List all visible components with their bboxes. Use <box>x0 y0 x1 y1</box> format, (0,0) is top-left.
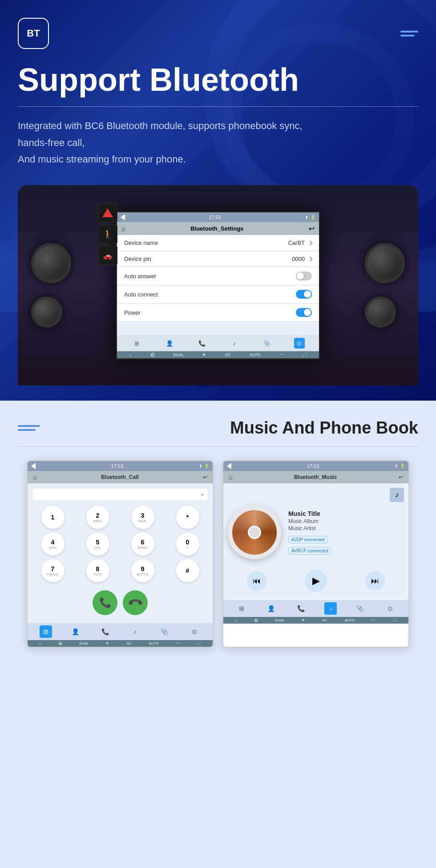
music-back-arrow[interactable] <box>227 463 231 469</box>
call-clip-tab[interactable]: 📎 <box>158 625 171 638</box>
ms-wave: 〰 <box>371 618 375 622</box>
device-name-row[interactable]: Device name CarBT <box>117 235 319 251</box>
device-pin-row[interactable]: Device pin 0000 <box>117 251 319 267</box>
clip-tab[interactable]: 📎 <box>262 338 272 349</box>
settings-tab[interactable]: ⊙ <box>294 338 305 349</box>
call-music-tab[interactable]: ♪ <box>129 625 141 638</box>
music-cam-tab[interactable]: ⊙ <box>384 602 396 615</box>
cs-fan: ❄ <box>106 641 109 645</box>
call-back-icon[interactable]: ↩ <box>203 474 207 480</box>
music-signal: ⬆ <box>395 464 398 468</box>
hamburger-menu[interactable] <box>400 31 418 37</box>
home-icon[interactable]: ⌂ <box>121 225 125 232</box>
warning-triangle-icon <box>102 208 113 217</box>
call-battery: 🔋 <box>204 464 209 468</box>
status-ac: AC <box>225 353 231 357</box>
user-tab[interactable]: 👤 <box>164 338 175 349</box>
dial-key-2[interactable]: 2ABC <box>86 506 109 529</box>
auto-answer-toggle[interactable] <box>296 272 312 280</box>
dial-key-9[interactable]: 9WXYZ <box>131 559 154 582</box>
music-note-icon[interactable]: ♪ <box>390 488 404 502</box>
hangup-button[interactable]: 📞 <box>117 585 153 620</box>
music-home-icon[interactable]: ⌂ <box>229 474 232 481</box>
dial-key-8[interactable]: 8TUV <box>86 559 109 582</box>
dial-key-1[interactable]: 1 <box>41 506 65 529</box>
call-signal: ⬆ <box>199 464 202 468</box>
status-home: ⌂ <box>129 353 131 357</box>
music-phone-tab[interactable]: 📞 <box>295 602 307 615</box>
music-apps-tab[interactable]: ⊞ <box>235 602 248 615</box>
dial-key-0[interactable]: 0+ <box>176 532 199 556</box>
music-battery: 🔋 <box>400 464 405 468</box>
apps-tab[interactable]: ⊞ <box>132 338 142 349</box>
phone-tab[interactable]: 📞 <box>197 338 207 349</box>
screen-time: 17:53 <box>209 215 221 220</box>
hero-divider <box>18 106 418 107</box>
auto-answer-row[interactable]: Auto answer <box>117 267 319 285</box>
bt-logo: BT <box>18 18 49 49</box>
back-icon[interactable]: ↩ <box>309 224 315 233</box>
hamburger-line-1 <box>400 31 418 32</box>
dial-key-4[interactable]: 4GHI <box>41 532 65 556</box>
power-row[interactable]: Power <box>117 304 319 322</box>
auto-connect-toggle[interactable] <box>296 290 312 299</box>
screen-nav-bar: ⌂ Bluetooth_Settings ↩ <box>117 222 319 235</box>
seatbelt-button[interactable]: 🚶 <box>98 224 117 244</box>
dial-key-hash[interactable]: # <box>176 559 199 582</box>
dial-key-5[interactable]: 5JKL <box>86 532 109 556</box>
music-tab[interactable]: ♪ <box>229 338 240 349</box>
bluetooth-music-screen: 17:53 ⬆ 🔋 ⌂ Bluetooth_Music ↩ ♪ <box>222 460 409 648</box>
dialpad: 1 2ABC 3DEF * 4GHI 5JKL <box>32 506 208 582</box>
right-knob-bottom <box>365 296 396 328</box>
car-button[interactable]: 🚗 <box>98 246 117 265</box>
battery-icon: 🔋 <box>310 215 315 220</box>
next-button[interactable]: ⏭ <box>365 571 385 591</box>
music-user-tab[interactable]: 👤 <box>265 602 278 615</box>
dial-key-6[interactable]: 6MNO <box>131 532 154 556</box>
screens-row: 17:53 ⬆ 🔋 ⌂ Bluetooth_Call ↩ × <box>18 460 418 648</box>
seatbelt-icon: 🚶 <box>103 229 113 239</box>
dial-key-3[interactable]: 3DEF <box>131 506 154 529</box>
call-buttons: 📞 📞 <box>32 587 208 619</box>
cs-power: ⏻ <box>58 641 62 645</box>
call-cam-tab[interactable]: ⊙ <box>188 625 201 638</box>
call-home-icon[interactable]: ⌂ <box>33 474 36 481</box>
call-phone-tab[interactable]: 📞 <box>99 625 112 638</box>
call-topbar: 17:53 ⬆ 🔋 <box>28 461 213 471</box>
ms-home: ⌂ <box>234 618 237 622</box>
settings-content: Device name CarBT Device pin 0000 <box>117 235 319 335</box>
device-name-label: Device name <box>124 239 158 246</box>
music-back-icon[interactable]: ↩ <box>399 474 403 480</box>
bottom-section: Music And Phone Book 17:53 ⬆ 🔋 ⌂ Bluetoo… <box>0 401 436 868</box>
bottom-divider <box>18 446 418 447</box>
call-user-tab[interactable]: 👤 <box>69 625 82 638</box>
back-arrow-icon[interactable] <box>121 214 125 220</box>
auto-connect-row[interactable]: Auto connect <box>117 285 319 304</box>
answer-button[interactable]: 📞 <box>93 590 117 615</box>
bottom-menu-icon[interactable] <box>18 425 40 431</box>
cs-vol: 🔊 <box>197 641 201 645</box>
music-clip-tab[interactable]: 📎 <box>354 602 367 615</box>
call-input-close[interactable]: × <box>201 491 204 498</box>
device-pin-label: Device pin <box>124 256 151 262</box>
call-bottom-tabs: ⊞ 👤 📞 ♪ 📎 ⊙ <box>28 623 213 640</box>
dial-key-7[interactable]: 7PQRS <box>41 559 65 582</box>
call-status-bar: ⌂ ⏻ DUAL ❄ AC AUTO 〰 🔊 <box>28 640 213 647</box>
status-dual: DUAL <box>173 353 184 357</box>
hero-header: BT <box>18 18 418 49</box>
music-music-tab[interactable]: ♪ <box>324 602 337 615</box>
power-toggle[interactable] <box>296 308 312 317</box>
dial-key-star[interactable]: * <box>176 506 199 529</box>
auto-answer-label: Auto answer <box>124 273 156 280</box>
call-navbar: ⌂ Bluetooth_Call ↩ <box>28 471 213 483</box>
call-screen-title: Bluetooth_Call <box>101 474 139 480</box>
call-content: × 1 2ABC 3DEF * <box>28 483 213 623</box>
call-back-arrow[interactable] <box>31 463 36 469</box>
prev-button[interactable]: ⏮ <box>247 571 266 591</box>
call-apps-tab[interactable]: ⊞ <box>40 625 52 638</box>
ms-fan: ❄ <box>302 618 305 622</box>
warning-button[interactable] <box>98 203 117 223</box>
device-name-value: CarBT <box>288 239 305 246</box>
play-button[interactable]: ▶ <box>305 570 327 592</box>
call-input[interactable]: × <box>32 488 208 501</box>
